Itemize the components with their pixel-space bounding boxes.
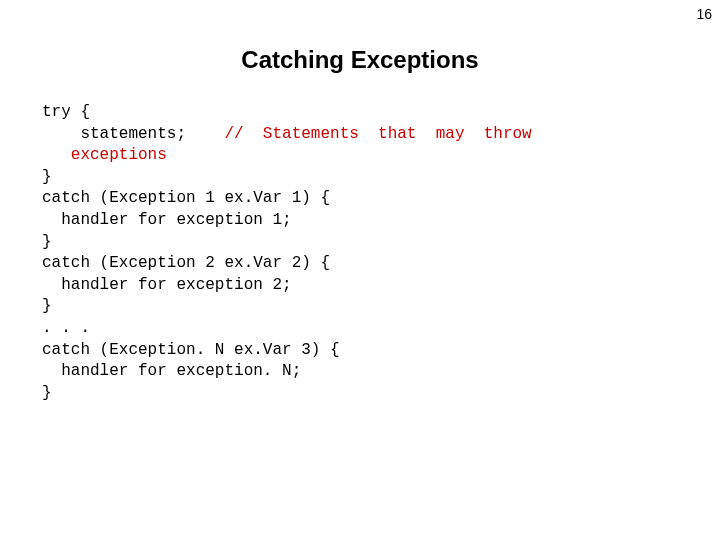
code-line: handler for exception 1; [42,211,292,229]
code-line: } [42,233,52,251]
code-block: try { statements; // Statements that may… [42,102,700,404]
code-comment: exceptions [42,146,167,164]
code-line: statements; [42,125,224,143]
code-line: catch (Exception. N ex.Var 3) { [42,341,340,359]
code-line: try { [42,103,90,121]
code-line: handler for exception. N; [42,362,301,380]
code-comment: // Statements that may throw [224,125,531,143]
code-line: } [42,297,52,315]
code-line: handler for exception 2; [42,276,292,294]
code-line: } [42,168,52,186]
code-line: . . . [42,319,90,337]
page-number: 16 [696,6,712,22]
code-line: catch (Exception 2 ex.Var 2) { [42,254,330,272]
code-line: catch (Exception 1 ex.Var 1) { [42,189,330,207]
code-line: } [42,384,52,402]
slide-title: Catching Exceptions [0,46,720,74]
